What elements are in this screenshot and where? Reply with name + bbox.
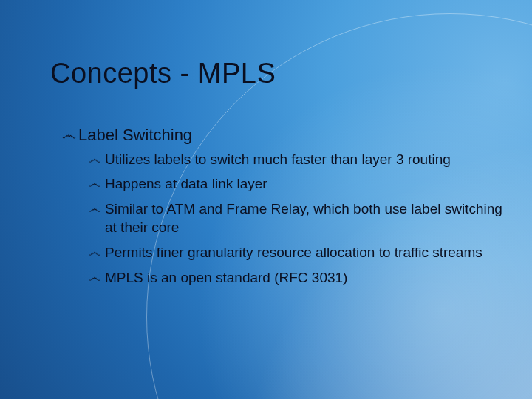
list-item: ෴ Similar to ATM and Frame Relay, which … <box>89 200 502 237</box>
slide: Concepts - MPLS ෴ Label Switching ෴ Util… <box>0 0 532 399</box>
swirl-bullet-icon: ෴ <box>89 269 100 286</box>
bullet-text: Label Switching <box>78 125 502 146</box>
bullet-text: Utilizes labels to switch much faster th… <box>105 150 502 169</box>
bullet-level1: ෴ Label Switching ෴ Utilizes labels to s… <box>62 125 502 287</box>
list-item: ෴ Permits finer granularity resource all… <box>89 243 502 262</box>
list-item: ෴ Happens at data link layer <box>89 174 502 194</box>
slide-title: Concepts - MPLS <box>50 58 502 89</box>
bullet-level2-group: ෴ Utilizes labels to switch much faster … <box>89 150 502 287</box>
list-item: ෴ MPLS is an open standard (RFC 3031) <box>89 268 502 287</box>
slide-content: Concepts - MPLS ෴ Label Switching ෴ Util… <box>50 58 502 294</box>
list-item: ෴ Label Switching <box>62 125 502 146</box>
swirl-bullet-icon: ෴ <box>62 126 74 144</box>
bullet-text: Happens at data link layer <box>105 174 502 194</box>
swirl-bullet-icon: ෴ <box>89 151 100 168</box>
swirl-bullet-icon: ෴ <box>89 200 100 217</box>
bullet-text: MPLS is an open standard (RFC 3031) <box>105 268 502 287</box>
swirl-bullet-icon: ෴ <box>89 175 100 192</box>
swirl-bullet-icon: ෴ <box>89 244 100 261</box>
bullet-text: Similar to ATM and Frame Relay, which bo… <box>105 200 502 237</box>
bullet-text: Permits finer granularity resource alloc… <box>105 243 502 262</box>
list-item: ෴ Utilizes labels to switch much faster … <box>89 150 502 169</box>
